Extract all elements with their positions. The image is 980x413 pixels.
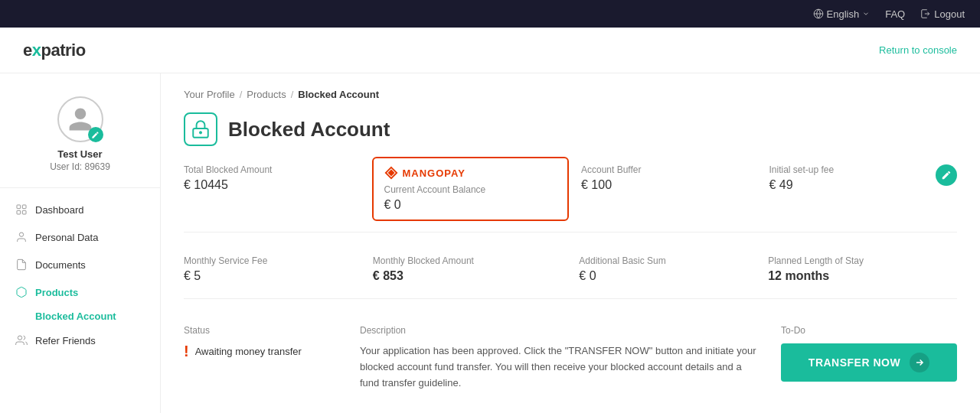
planned-stay-value: 12 months xyxy=(768,269,942,283)
language-selector[interactable]: English xyxy=(813,8,871,20)
status-badge: ! Awaiting money transfer xyxy=(184,343,337,359)
sidebar-item-products[interactable]: Products xyxy=(0,278,160,306)
sidebar-sub-item-blocked-account[interactable]: Blocked Account xyxy=(0,306,160,327)
logo: expatrio xyxy=(23,41,86,60)
sidebar-item-documents[interactable]: Documents xyxy=(0,251,160,278)
additional-sum-value: € 0 xyxy=(579,269,753,283)
description-label: Description xyxy=(360,325,758,336)
svg-rect-1 xyxy=(17,205,21,209)
total-blocked-label: Total Blocked Amount xyxy=(184,164,357,175)
description-text: Your application has been approved. Clic… xyxy=(360,343,758,391)
blocked-account-icon xyxy=(184,112,217,146)
transfer-arrow-icon xyxy=(910,353,929,372)
breadcrumb-your-profile[interactable]: Your Profile xyxy=(184,89,235,100)
language-label: English xyxy=(827,8,860,20)
sidebar-userid: User Id: 89639 xyxy=(50,161,110,172)
layout: Test User User Id: 89639 Dashboard Perso… xyxy=(0,73,980,413)
todo-label: To-Do xyxy=(781,325,957,336)
svg-rect-2 xyxy=(22,205,26,209)
sidebar: Test User User Id: 89639 Dashboard Perso… xyxy=(0,73,161,413)
additional-sum-label: Additional Basic Sum xyxy=(579,255,753,266)
breadcrumb-current: Blocked Account xyxy=(298,89,379,100)
logo-patrio: patrio xyxy=(41,41,86,60)
card-total-blocked: Total Blocked Amount € 10445 xyxy=(184,164,372,213)
edit-button[interactable] xyxy=(936,164,957,186)
status-section: Status ! Awaiting money transfer Descrip… xyxy=(184,317,957,391)
logo-e: e xyxy=(23,41,32,60)
mangopay-value: € 0 xyxy=(384,198,557,212)
monthly-service-value: € 5 xyxy=(184,269,358,283)
card-monthly-blocked: Monthly Blocked Amount € 853 xyxy=(373,255,580,283)
svg-point-5 xyxy=(19,233,23,236)
sidebar-item-dashboard[interactable]: Dashboard xyxy=(0,196,160,223)
card-mangopay: MANGOPAY Current Account Balance € 0 xyxy=(372,157,570,221)
avatar-wrapper xyxy=(57,96,103,142)
total-blocked-value: € 10445 xyxy=(184,178,357,192)
svg-point-6 xyxy=(18,336,21,340)
account-buffer-label: Account Buffer xyxy=(581,164,754,175)
sidebar-nav: Dashboard Personal Data Documents Produc… xyxy=(0,196,160,354)
initial-fee-value: € 49 xyxy=(769,178,942,192)
status-label: Status xyxy=(184,325,337,336)
faq-link[interactable]: FAQ xyxy=(885,8,905,20)
monthly-blocked-label: Monthly Blocked Amount xyxy=(373,255,564,266)
card-monthly-service: Monthly Service Fee € 5 xyxy=(184,255,373,283)
transfer-now-button[interactable]: TRANSFER NOW xyxy=(781,343,957,382)
card-initial-fee: Initial set-up fee € 49 xyxy=(769,164,958,213)
sidebar-username: Test User xyxy=(57,148,102,160)
description-col: Description Your application has been ap… xyxy=(337,325,781,391)
monthly-service-label: Monthly Service Fee xyxy=(184,255,358,266)
account-buffer-value: € 100 xyxy=(581,178,754,192)
mangopay-logo: MANGOPAY xyxy=(384,166,557,180)
page-title-row: Blocked Account xyxy=(184,112,957,146)
svg-rect-3 xyxy=(17,210,21,214)
mangopay-logo-text: MANGOPAY xyxy=(403,167,466,179)
status-value: Awaiting money transfer xyxy=(195,346,302,357)
main-content: Your Profile / Products / Blocked Accoun… xyxy=(161,73,980,413)
initial-fee-label: Initial set-up fee xyxy=(769,164,942,175)
logo-x: x xyxy=(32,41,41,60)
breadcrumb-sep-2: / xyxy=(291,89,294,100)
planned-stay-label: Planned Length of Stay xyxy=(768,255,942,266)
avatar-edit-button[interactable] xyxy=(88,127,103,142)
breadcrumb: Your Profile / Products / Blocked Accoun… xyxy=(184,89,957,100)
return-to-console-link[interactable]: Return to console xyxy=(879,44,957,56)
card-additional-sum: Additional Basic Sum € 0 xyxy=(579,255,768,283)
breadcrumb-sep-1: / xyxy=(240,89,243,100)
card-planned-stay: Planned Length of Stay 12 months xyxy=(768,255,957,283)
cards-row: Total Blocked Amount € 10445 MANGOPAY Cu… xyxy=(184,164,957,233)
page-title: Blocked Account xyxy=(228,118,390,141)
card-account-buffer: Account Buffer € 100 xyxy=(581,164,769,213)
mangopay-label: Current Account Balance xyxy=(384,184,557,195)
todo-col: To-Do TRANSFER NOW xyxy=(781,325,957,382)
monthly-blocked-value: € 853 xyxy=(373,269,564,283)
exclamation-icon: ! xyxy=(184,343,189,359)
avatar-section: Test User User Id: 89639 xyxy=(0,89,160,188)
breadcrumb-products[interactable]: Products xyxy=(247,89,286,100)
status-col: Status ! Awaiting money transfer xyxy=(184,325,337,359)
sidebar-item-refer-friends[interactable]: Refer Friends xyxy=(0,327,160,354)
svg-point-8 xyxy=(200,132,201,133)
topbar: English FAQ Logout xyxy=(0,0,980,28)
svg-rect-4 xyxy=(22,210,26,214)
logout-button[interactable]: Logout xyxy=(920,8,965,20)
cards-row-2: Monthly Service Fee € 5 Monthly Blocked … xyxy=(184,255,957,299)
sidebar-item-personal-data[interactable]: Personal Data xyxy=(0,223,160,251)
header: expatrio Return to console xyxy=(0,28,980,73)
